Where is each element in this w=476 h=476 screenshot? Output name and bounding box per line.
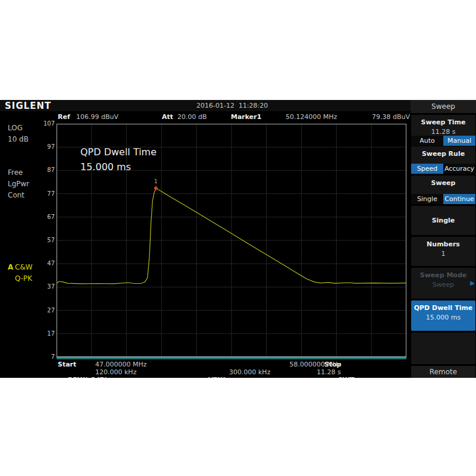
- att-label: Att: [162, 113, 173, 121]
- sweep-toggle: Single Continue: [411, 194, 475, 204]
- swt-label: SWT: [338, 376, 355, 378]
- y-tick-label: 77: [35, 190, 55, 198]
- rbw-label: RBW(-6dB): [68, 376, 108, 378]
- y-tick-label: 57: [35, 237, 55, 244]
- stop-value: 58.000000 MHz: [289, 361, 341, 368]
- sweep-rule-button[interactable]: Sweep Rule Speed Accuracy: [411, 146, 475, 174]
- sweep-button[interactable]: Sweep Single Continue: [411, 176, 475, 204]
- scale-type-label: LOG: [8, 124, 23, 132]
- y-tick-label: 47: [35, 260, 55, 267]
- start-value: 47.000000 MHz: [95, 361, 147, 368]
- sweep-time-button[interactable]: Sweep Time 11.28 s Auto Manual: [411, 115, 475, 145]
- sweep-mode-value: Sweep: [411, 279, 475, 289]
- sweep-time-auto-option[interactable]: Auto: [411, 136, 443, 146]
- y-tick-label: 7: [35, 353, 55, 361]
- numbers-button[interactable]: Numbers 1: [411, 237, 475, 266]
- vbw-diamond-icon: ◆: [203, 377, 208, 378]
- sweep-rule-speed-option[interactable]: Speed: [411, 164, 443, 174]
- vbw-label: VBW: [208, 376, 225, 378]
- sweep-mode-title: Sweep Mode: [411, 268, 475, 279]
- y-axis-labels: 1079787776757473727177: [35, 124, 55, 357]
- spectrum-chart: 1: [57, 124, 406, 357]
- x-axis-baseline: [57, 357, 406, 359]
- chart-annotation-title: QPD Dwell Time: [80, 146, 156, 158]
- y-tick-label: 107: [35, 120, 55, 127]
- trace-mode-label: C&W: [15, 263, 33, 271]
- soft-menu: Sweep Sweep Time 11.28 s Auto Manual Swe…: [411, 100, 476, 378]
- ref-value: 106.99 dBuV: [76, 113, 118, 121]
- top-status-bar: SIGLENT 2016-01-12 11:28:20: [0, 100, 411, 111]
- start-label: Start: [58, 361, 76, 368]
- sweep-single-option[interactable]: Single: [411, 194, 443, 204]
- sweep-time-title: Sweep Time: [411, 115, 475, 126]
- display-area: SIGLENT 2016-01-12 11:28:20 Ref 106.99 d…: [0, 100, 411, 378]
- sweep-continue-option[interactable]: Continue: [443, 194, 475, 204]
- y-tick-label: 27: [35, 307, 55, 314]
- y-tick-label: 67: [35, 214, 55, 221]
- readout-row: Ref 106.99 dBuV Att 20.00 dB Marker1 50.…: [0, 113, 411, 122]
- sweep-rule-toggle: Speed Accuracy: [411, 164, 475, 174]
- empty-menu-slot: [411, 333, 475, 364]
- ref-label: Ref: [58, 113, 70, 121]
- chart-annotation-value: 15.000 ms: [80, 161, 131, 173]
- sweep-rule-title: Sweep Rule: [411, 146, 475, 158]
- siglent-logo: SIGLENT: [5, 101, 51, 111]
- trigger-label: Free: [8, 168, 23, 177]
- cont-sweep-label: Cont: [8, 191, 24, 199]
- qpd-dwell-title: QPD Dwell Time: [411, 300, 475, 312]
- vbw-value: 300.000 kHz: [229, 368, 270, 376]
- marker-label: Marker1: [231, 113, 261, 121]
- single-button[interactable]: Single: [411, 206, 475, 235]
- qpd-dwell-value: 15.000 ms: [411, 312, 475, 321]
- y-tick-label: 87: [35, 167, 55, 174]
- marker-amplitude: 79.38 dBuV: [372, 113, 410, 121]
- detector-label: Q-PK: [15, 274, 32, 283]
- numbers-title: Numbers: [411, 237, 475, 248]
- sweep-title: Sweep: [411, 176, 475, 187]
- menu-header: Sweep: [411, 100, 476, 113]
- single-title: Single: [411, 217, 475, 224]
- qpd-dwell-time-button[interactable]: QPD Dwell Time 15.000 ms: [411, 300, 475, 331]
- trace-id-label: A: [8, 263, 13, 271]
- scale-div-label: 10 dB: [8, 135, 29, 143]
- sweep-mode-button[interactable]: Sweep Mode Sweep ▶: [411, 268, 475, 299]
- y-tick-label: 17: [35, 330, 55, 337]
- swt-diamond-icon: ◆: [333, 377, 338, 378]
- sweep-time-toggle: Auto Manual: [411, 136, 475, 146]
- preamp-label: LgPwr: [8, 180, 29, 188]
- datetime-display: 2016-01-12 11:28:20: [196, 102, 268, 109]
- analyzer-screen: SIGLENT 2016-01-12 11:28:20 Ref 106.99 d…: [0, 100, 476, 378]
- numbers-value: 1: [411, 248, 475, 258]
- marker-frequency: 50.124000 MHz: [286, 113, 337, 121]
- att-value: 20.00 dB: [177, 113, 207, 121]
- svg-text:1: 1: [154, 178, 158, 184]
- swt-value: 11.28 s: [317, 368, 341, 376]
- rbw-value: 120.000 kHz: [95, 368, 136, 376]
- remote-button[interactable]: Remote: [411, 366, 475, 378]
- y-tick-label: 37: [35, 283, 55, 290]
- rbw-diamond-icon: ◆: [62, 377, 68, 378]
- y-tick-label: 97: [35, 143, 55, 151]
- sweep-time-manual-option[interactable]: Manual: [443, 136, 475, 146]
- sweep-rule-accuracy-option[interactable]: Accuracy: [443, 164, 475, 174]
- submenu-arrow-icon: ▶: [470, 280, 475, 286]
- sweep-time-value: 11.28 s: [411, 126, 475, 136]
